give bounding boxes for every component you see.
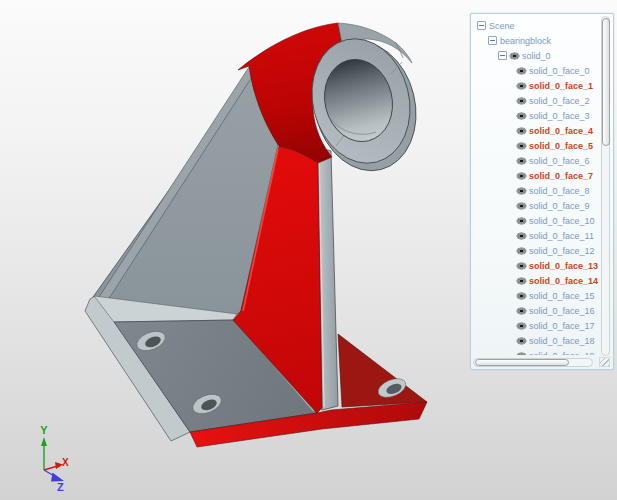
collapse-icon[interactable] [488, 36, 497, 45]
x-axis-arrow [44, 467, 56, 471]
eye-icon[interactable] [517, 143, 526, 149]
eye-icon[interactable] [517, 218, 526, 224]
tree-item-label: solid_0_face_10 [529, 216, 595, 226]
eye-icon[interactable] [517, 308, 526, 314]
tree-item-solid_0_face_11[interactable]: solid_0_face_11 [471, 228, 599, 243]
tree-item-solid_0_face_0[interactable]: solid_0_face_0 [471, 63, 599, 78]
tree-item-label: solid_0_face_16 [529, 306, 595, 316]
panel-resize-grip[interactable] [599, 357, 610, 367]
tree-item-label: solid_0_face_14 [529, 276, 598, 286]
tree-item-solid_0[interactable]: solid_0 [471, 48, 599, 63]
tree-item-label: solid_0_face_9 [529, 201, 590, 211]
tree-item-solid_0_face_15[interactable]: solid_0_face_15 [471, 288, 599, 303]
tree-item-label: solid_0_face_4 [529, 126, 593, 136]
eye-icon[interactable] [517, 233, 526, 239]
app-window: Y X Z Scene bearingblock s [0, 0, 617, 500]
tree-item-solid_0_face_10[interactable]: solid_0_face_10 [471, 213, 599, 228]
scene-tree: Scene bearingblock solid_0 solid_0_face_… [471, 18, 599, 355]
tree-item-label: solid_0 [522, 51, 551, 61]
tree-item-label: bearingblock [500, 36, 551, 46]
eye-icon[interactable] [517, 248, 526, 254]
horizontal-scrollbar-thumb[interactable] [475, 359, 569, 366]
tree-item-solid_0_face_13[interactable]: solid_0_face_13 [471, 258, 599, 273]
tree-item-label: solid_0_face_6 [529, 156, 590, 166]
tree-item-label: solid_0_face_5 [529, 141, 593, 151]
eye-icon[interactable] [517, 158, 526, 164]
eye-icon[interactable] [517, 263, 526, 269]
eye-icon[interactable] [517, 323, 526, 329]
eye-icon[interactable] [517, 113, 526, 119]
eye-icon[interactable] [517, 68, 526, 74]
tree-item-solid_0_face_19[interactable]: solid_0_face_19 [471, 348, 599, 355]
eye-icon[interactable] [517, 338, 526, 344]
collapse-icon[interactable] [498, 51, 507, 60]
tree-item-solid_0_face_7[interactable]: solid_0_face_7 [471, 168, 599, 183]
eye-icon[interactable] [517, 83, 526, 89]
tree-item-bearingblock[interactable]: bearingblock [471, 33, 599, 48]
eye-icon[interactable] [517, 188, 526, 194]
eye-icon[interactable] [517, 278, 526, 284]
tree-item-label: solid_0_face_12 [529, 246, 595, 256]
tree-item-solid_0_face_5[interactable]: solid_0_face_5 [471, 138, 599, 153]
y-axis-label: Y [40, 424, 48, 436]
tree-item-scene[interactable]: Scene [471, 18, 599, 33]
eye-icon[interactable] [517, 293, 526, 299]
y-axis-arrowhead [41, 437, 47, 446]
tree-item-solid_0_face_2[interactable]: solid_0_face_2 [471, 93, 599, 108]
tree-item-label: Scene [489, 21, 515, 31]
vertical-scrollbar[interactable] [601, 16, 610, 356]
tree-item-solid_0_face_3[interactable]: solid_0_face_3 [471, 108, 599, 123]
tree-item-solid_0_face_4[interactable]: solid_0_face_4 [471, 123, 599, 138]
tree-item-solid_0_face_14[interactable]: solid_0_face_14 [471, 273, 599, 288]
tree-item-solid_0_face_12[interactable]: solid_0_face_12 [471, 243, 599, 258]
tree-item-solid_0_face_8[interactable]: solid_0_face_8 [471, 183, 599, 198]
tree-item-solid_0_face_16[interactable]: solid_0_face_16 [471, 303, 599, 318]
eye-icon[interactable] [517, 98, 526, 104]
tree-item-label: solid_0_face_11 [529, 231, 594, 241]
tree-item-solid_0_face_18[interactable]: solid_0_face_18 [471, 333, 599, 348]
tree-item-label: solid_0_face_1 [529, 81, 593, 91]
scene-tree-panel: Scene bearingblock solid_0 solid_0_face_… [470, 13, 614, 370]
tree-item-label: solid_0_face_19 [529, 351, 595, 356]
tree-item-label: solid_0_face_0 [529, 66, 590, 76]
vertical-scrollbar-thumb[interactable] [602, 18, 610, 146]
eye-icon[interactable] [517, 128, 526, 134]
tree-item-solid_0_face_17[interactable]: solid_0_face_17 [471, 318, 599, 333]
eye-icon[interactable] [517, 173, 526, 179]
tree-item-solid_0_face_6[interactable]: solid_0_face_6 [471, 153, 599, 168]
eye-icon[interactable] [510, 53, 519, 59]
tree-item-label: solid_0_face_15 [529, 291, 595, 301]
x-axis-label: X [62, 457, 69, 468]
tree-item-label: solid_0_face_3 [529, 111, 590, 121]
tree-item-label: solid_0_face_7 [529, 171, 593, 181]
tree-item-label: solid_0_face_13 [529, 261, 598, 271]
tree-item-label: solid_0_face_8 [529, 186, 590, 196]
z-axis-label: Z [57, 481, 64, 493]
tree-item-label: solid_0_face_17 [529, 321, 595, 331]
tree-item-label: solid_0_face_2 [529, 96, 590, 106]
collapse-icon[interactable] [477, 21, 486, 30]
eye-icon[interactable] [517, 203, 526, 209]
eye-icon[interactable] [517, 353, 526, 356]
horizontal-scrollbar[interactable] [473, 358, 593, 367]
tree-item-solid_0_face_1[interactable]: solid_0_face_1 [471, 78, 599, 93]
face-list: solid_0_face_0 solid_0_face_1 solid_0_fa… [471, 63, 599, 355]
axis-triad: Y X Z [40, 424, 69, 493]
tree-item-solid_0_face_9[interactable]: solid_0_face_9 [471, 198, 599, 213]
tree-item-label: solid_0_face_18 [529, 336, 595, 346]
